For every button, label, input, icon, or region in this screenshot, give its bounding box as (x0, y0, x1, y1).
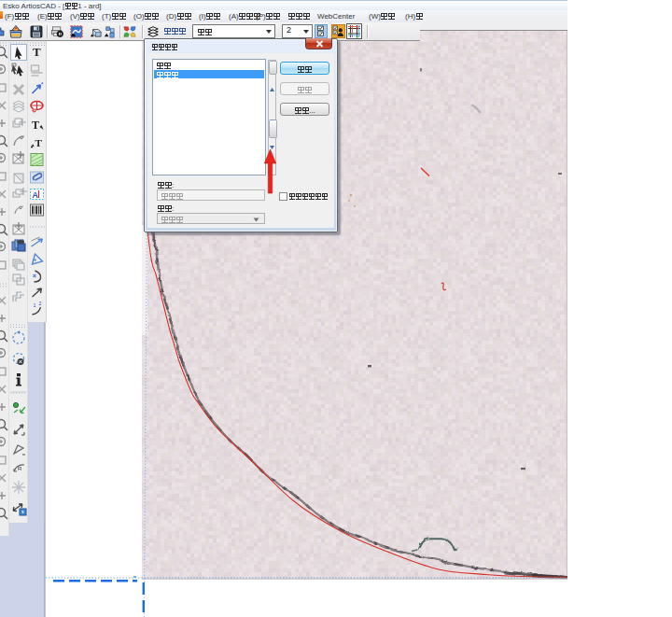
svg-text:T: T (35, 137, 43, 148)
svg-text:1: 1 (34, 302, 36, 308)
svg-text:P: P (34, 108, 36, 113)
svg-text:A: A (33, 190, 39, 200)
svg-text:2: 2 (39, 301, 42, 306)
svg-text:T: T (32, 119, 39, 132)
svg-text:R: R (18, 466, 22, 471)
svg-text:T: T (33, 45, 41, 59)
